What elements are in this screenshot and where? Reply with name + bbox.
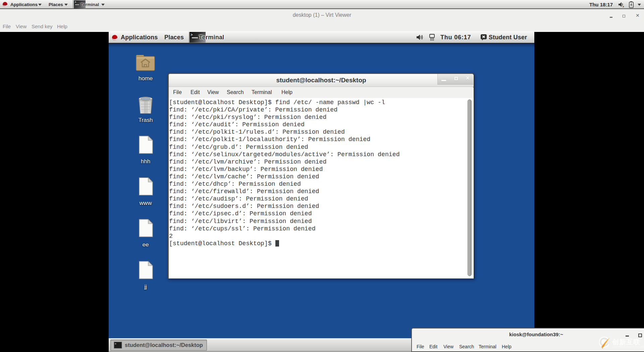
- svg-text:x: x: [623, 5, 624, 8]
- svg-text:CHUANGXIN HULIAN KEJI YX: CHUANGXIN HULIAN KEJI YX: [612, 346, 644, 348]
- svg-text:创新互联: 创新互联: [612, 338, 640, 346]
